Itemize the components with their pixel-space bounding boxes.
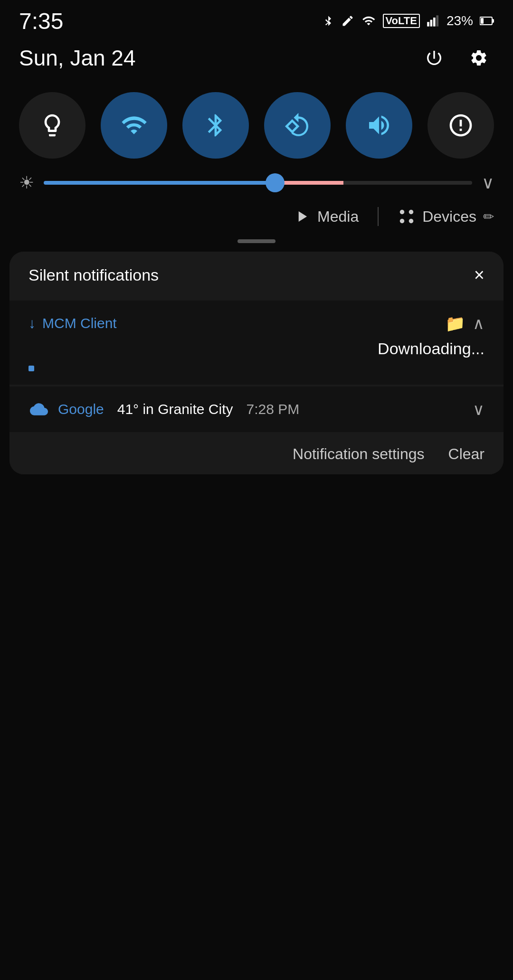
pen-icon xyxy=(341,14,354,28)
notif-content: Downloading... xyxy=(28,339,484,358)
svg-rect-0 xyxy=(427,22,429,26)
svg-point-7 xyxy=(400,210,405,215)
silent-notifications-close-button[interactable]: × xyxy=(474,265,484,285)
weather-temp-city: 41° in Granite City xyxy=(117,401,233,417)
devices-edit-icon[interactable]: ✏ xyxy=(483,209,494,225)
brightness-row: ☀ ∨ xyxy=(0,168,513,202)
data-saver-toggle[interactable] xyxy=(428,92,494,159)
flashlight-toggle[interactable] xyxy=(19,92,86,159)
wifi-icon xyxy=(361,14,376,28)
svg-point-9 xyxy=(400,219,405,224)
status-bar: 7:35 VoLTE 23% xyxy=(0,0,513,38)
date-display: Sun, Jan 24 xyxy=(19,45,136,71)
battery-indicator: 23% xyxy=(446,13,473,28)
notif-progress-bar xyxy=(28,366,34,371)
cloud-icon xyxy=(28,400,49,418)
notif-expand-icon[interactable]: ∧ xyxy=(473,314,484,333)
notif-app-row: ↓ MCM Client 📁 ∧ xyxy=(28,314,484,333)
devices-button[interactable]: Devices ✏ xyxy=(398,207,494,226)
silent-notifications-header: Silent notifications × xyxy=(10,252,504,299)
notif-actions: 📁 ∧ xyxy=(445,314,484,333)
notification-panel: Silent notifications × ↓ MCM Client 📁 ∧ … xyxy=(10,252,504,474)
weather-time: 7:28 PM xyxy=(247,401,300,417)
top-buttons xyxy=(419,43,494,73)
weather-expand-icon[interactable]: ∨ xyxy=(473,400,484,419)
status-icons: VoLTE 23% xyxy=(321,13,494,29)
silent-notifications-label: Silent notifications xyxy=(28,266,159,284)
svg-rect-5 xyxy=(481,18,484,24)
mcm-client-notification: ↓ MCM Client 📁 ∧ Downloading... xyxy=(10,301,504,385)
google-weather-notification[interactable]: Google 41° in Granite City 7:28 PM ∨ xyxy=(10,386,504,432)
bluetooth-icon xyxy=(321,13,334,29)
volte-icon: VoLTE xyxy=(383,14,420,28)
settings-button[interactable] xyxy=(464,43,494,73)
weather-info-left: Google 41° in Granite City 7:28 PM xyxy=(28,400,299,418)
media-devices-row: Media Devices ✏ xyxy=(0,202,513,236)
svg-point-8 xyxy=(409,210,414,215)
signal-icon xyxy=(427,14,440,28)
notification-settings-button[interactable]: Notification settings xyxy=(293,445,424,463)
quick-toggles xyxy=(0,83,513,168)
slider-thumb xyxy=(266,173,285,192)
handle-bar xyxy=(0,236,513,247)
drag-handle[interactable] xyxy=(238,239,276,243)
bluetooth-toggle[interactable] xyxy=(182,92,249,159)
media-devices-divider xyxy=(378,207,379,226)
status-time: 7:35 xyxy=(19,8,63,34)
svg-point-10 xyxy=(409,219,414,224)
notif-folder-icon[interactable]: 📁 xyxy=(445,314,465,333)
auto-rotate-toggle[interactable] xyxy=(264,92,331,159)
notification-clear-button[interactable]: Clear xyxy=(448,445,484,463)
weather-source: Google xyxy=(58,401,104,417)
svg-rect-6 xyxy=(492,19,494,23)
wifi-toggle[interactable] xyxy=(101,92,167,159)
svg-rect-3 xyxy=(436,15,438,26)
download-icon: ↓ xyxy=(28,315,36,331)
date-row: Sun, Jan 24 xyxy=(0,38,513,83)
notif-app-name: ↓ MCM Client xyxy=(28,315,117,331)
notification-footer: Notification settings Clear xyxy=(10,434,504,474)
svg-rect-1 xyxy=(430,20,433,27)
power-button[interactable] xyxy=(419,43,449,73)
brightness-icon: ☀ xyxy=(19,173,34,193)
volume-toggle[interactable] xyxy=(346,92,412,159)
slider-track xyxy=(44,181,472,185)
battery-icon xyxy=(480,16,494,26)
brightness-slider[interactable] xyxy=(44,173,472,192)
media-button[interactable]: Media xyxy=(293,207,359,226)
brightness-expand-button[interactable]: ∨ xyxy=(482,173,494,193)
svg-rect-2 xyxy=(433,18,436,27)
